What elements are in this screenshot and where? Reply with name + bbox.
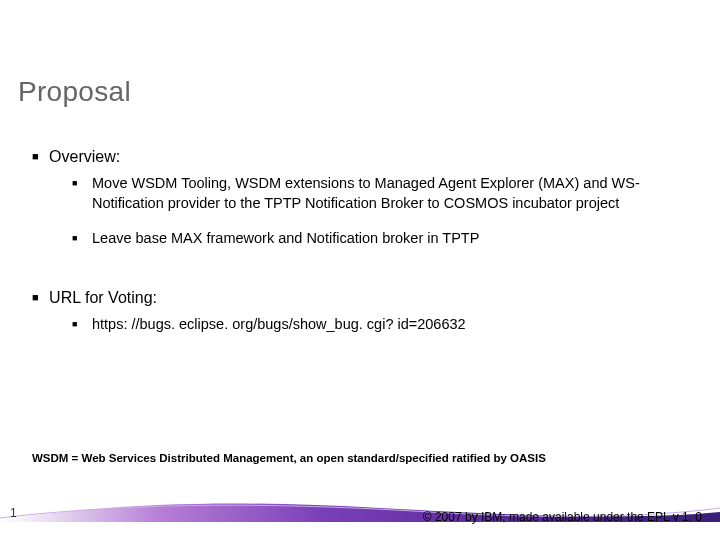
list-item-text: Leave base MAX framework and Notificatio… [92, 230, 479, 246]
list-item: ■ Leave base MAX framework and Notificat… [78, 229, 692, 249]
copyright: © 2007 by IBM; made available under the … [423, 510, 702, 524]
footer: 1 © 2007 by IBM; made available under th… [0, 498, 720, 540]
list-item: ■ https: //bugs. eclipse. org/bugs/show_… [78, 315, 692, 335]
bullet-icon: ■ [72, 232, 77, 244]
url-heading-text: URL for Voting: [49, 289, 157, 306]
list-item: ■ Move WSDM Tooling, WSDM extensions to … [78, 174, 692, 213]
slide-title: Proposal [18, 76, 131, 108]
overview-list: ■ Move WSDM Tooling, WSDM extensions to … [78, 174, 692, 249]
slide: Proposal ■ Overview: ■ Move WSDM Tooling… [0, 0, 720, 540]
overview-heading: ■ Overview: [32, 148, 692, 166]
bullet-icon: ■ [32, 151, 39, 162]
footnote: WSDM = Web Services Distributed Manageme… [32, 452, 546, 464]
url-heading: ■ URL for Voting: [32, 289, 692, 307]
page-number: 1 [10, 506, 17, 520]
overview-heading-text: Overview: [49, 148, 120, 165]
url-list: ■ https: //bugs. eclipse. org/bugs/show_… [78, 315, 692, 335]
list-item-text: https: //bugs. eclipse. org/bugs/show_bu… [92, 316, 466, 332]
slide-body: ■ Overview: ■ Move WSDM Tooling, WSDM ex… [32, 148, 692, 358]
bullet-icon: ■ [32, 292, 39, 303]
list-item-text: Move WSDM Tooling, WSDM extensions to Ma… [92, 175, 640, 211]
bullet-icon: ■ [72, 177, 77, 189]
bullet-icon: ■ [72, 318, 77, 330]
